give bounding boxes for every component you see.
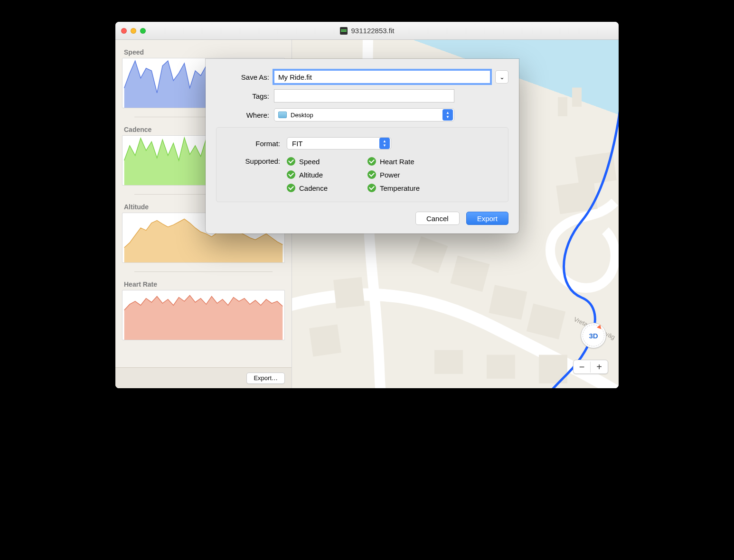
app-window: 931122853.fit Speed Cadence Altitude Hea… [115,22,619,388]
titlebar: 931122853.fit [115,22,619,40]
map-zoom-control: − + [573,360,608,374]
supported-grid: Speed Heart Rate Altitude Power Cadence … [287,157,443,192]
format-value: FIT [292,140,303,148]
supported-item: Cadence [287,184,363,192]
cancel-button[interactable]: Cancel [415,212,460,225]
where-select[interactable]: Desktop ▲▼ [274,108,454,121]
chart-card-heart-rate[interactable]: Heart Rate [115,280,292,340]
content: Speed Cadence Altitude Heart Rate Export [115,40,619,388]
minimize-window-button[interactable] [131,28,136,34]
check-icon [287,184,295,192]
svg-rect-0 [412,236,448,273]
svg-rect-12 [572,88,582,107]
window-controls [121,28,146,34]
supported-item: Speed [287,157,363,166]
save-as-label: Save As: [216,73,269,81]
svg-rect-4 [333,277,365,308]
svg-rect-2 [489,285,527,320]
export-options: Format: FIT ▲▼ Supported: Speed Heart Ra… [216,127,508,202]
folder-icon [278,112,287,118]
svg-rect-9 [487,355,515,379]
document-icon [340,27,348,35]
supported-item: Power [367,170,443,179]
check-icon [287,157,295,166]
check-icon [367,157,376,166]
zoom-in-button[interactable]: + [591,362,608,373]
save-as-input[interactable] [274,70,490,84]
supported-item: Heart Rate [367,157,443,166]
export-confirm-button[interactable]: Export [466,212,508,225]
check-icon [367,170,376,179]
popup-arrows-icon: ▲▼ [442,109,453,121]
format-label: Format: [227,140,280,148]
tags-input[interactable] [274,89,454,103]
svg-rect-5 [309,324,341,356]
sidebar-footer: Export… [115,367,292,388]
svg-rect-3 [527,303,565,339]
where-value: Desktop [291,112,313,119]
map-compass-3d-button[interactable]: 3D [581,323,606,348]
close-window-button[interactable] [121,28,127,34]
expand-save-panel-button[interactable]: ⌄ [495,70,508,84]
save-sheet: Save As: ⌄ Tags: Where: Desktop ▲▼ [206,59,519,233]
chart-svg [122,290,284,340]
svg-rect-10 [434,350,463,374]
tags-label: Tags: [216,92,269,100]
supported-item: Altitude [287,170,363,179]
chevron-down-icon: ⌄ [499,74,505,81]
check-icon [287,170,295,179]
chart-label: Speed [124,48,285,56]
chart-label: Heart Rate [124,280,285,288]
supported-item: Temperature [367,184,443,192]
popup-arrows-icon: ▲▼ [379,138,390,149]
window-title: 931122853.fit [351,27,395,35]
zoom-window-button[interactable] [140,28,146,34]
format-select[interactable]: FIT ▲▼ [287,137,391,149]
check-icon [367,184,376,192]
supported-label: Supported: [227,157,280,165]
where-label: Where: [216,111,269,119]
svg-rect-1 [450,255,489,291]
svg-rect-11 [558,97,567,116]
export-button[interactable]: Export… [246,373,285,384]
zoom-out-button[interactable]: − [574,362,591,373]
